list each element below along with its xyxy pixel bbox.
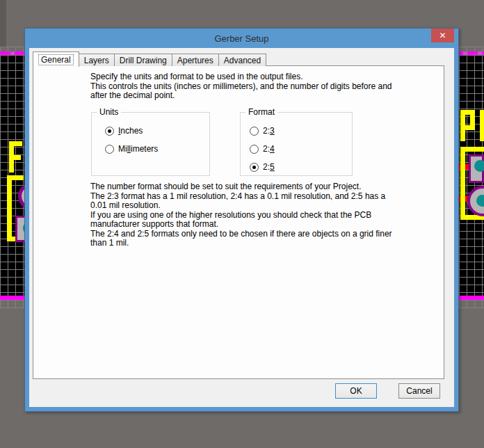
- text-line: than 1 mil.: [90, 239, 392, 248]
- pcb-square-pad-right: [469, 154, 484, 183]
- text-line: The 2:4 and 2:5 formats only need to be …: [90, 230, 392, 239]
- units-groupbox: Units Inches Millimeters: [91, 112, 210, 176]
- silkscreen-outline-left: [7, 175, 24, 180]
- silkscreen-designator-digit: [480, 110, 484, 141]
- notes-text: The number format should be set to suit …: [90, 182, 392, 248]
- radio-button-icon: [105, 127, 114, 136]
- radio-format-2-4-label: 2:4: [263, 144, 275, 154]
- radio-format-2-4[interactable]: 2:4: [250, 144, 275, 154]
- tab-apertures[interactable]: Apertures: [172, 54, 219, 66]
- text-line: after the decimal point.: [90, 91, 392, 101]
- silkscreen-outline-right: [460, 147, 484, 152]
- cancel-button[interactable]: Cancel: [398, 383, 440, 399]
- format-groupbox-label: Format: [245, 107, 277, 117]
- silkscreen-designator-p: [460, 125, 475, 130]
- tab-drill-drawing[interactable]: Drill Drawing: [114, 54, 172, 66]
- radio-format-2-3[interactable]: 2:3: [250, 126, 275, 136]
- gerber-setup-dialog: Gerber Setup ✕ General Layers Drill Draw…: [24, 28, 459, 412]
- format-groupbox: Format 2:3 2:4 2:5: [240, 112, 353, 176]
- text-line: This controls the units (inches or milli…: [90, 82, 392, 92]
- radio-format-2-3-label: 2:3: [263, 126, 275, 136]
- tab-general-label: General: [38, 54, 74, 65]
- units-groupbox-label: Units: [97, 107, 121, 117]
- dialog-client-area: General Layers Drill Drawing Apertures A…: [29, 48, 454, 407]
- tab-advanced[interactable]: Advanced: [218, 54, 266, 66]
- radio-inches-label: Inches: [118, 126, 143, 136]
- radio-inches[interactable]: Inches: [105, 126, 143, 136]
- silkscreen-letter-left: [9, 141, 22, 146]
- radio-format-2-5-label: 2:5: [263, 162, 275, 172]
- radio-format-2-5[interactable]: 2:5: [250, 162, 275, 172]
- pcb-editor-background: Gerber Setup ✕ General Layers Drill Draw…: [0, 0, 484, 448]
- silkscreen-outline-right: [460, 147, 465, 220]
- dialog-titlebar[interactable]: Gerber Setup ✕: [25, 29, 458, 48]
- ok-button[interactable]: OK: [335, 383, 377, 399]
- radio-millimeters-label: Millimeters: [118, 144, 158, 154]
- radio-button-icon: [250, 127, 259, 136]
- tab-general[interactable]: General: [33, 51, 79, 67]
- intro-text: Specify the units and format to be used …: [90, 72, 392, 101]
- dialog-title: Gerber Setup: [214, 33, 268, 44]
- radio-button-icon: [105, 145, 114, 154]
- radio-millimeters[interactable]: Millimeters: [105, 144, 158, 154]
- text-line: 0.01 mil resolution.: [90, 201, 392, 211]
- close-icon: ✕: [439, 31, 446, 40]
- tab-layers[interactable]: Layers: [79, 54, 115, 66]
- tab-page-general: Specify the units and format to be used …: [33, 65, 444, 379]
- radio-button-icon: [250, 163, 259, 172]
- close-button[interactable]: ✕: [431, 29, 454, 42]
- tab-strip: General Layers Drill Drawing Apertures A…: [33, 54, 266, 66]
- text-line: If you are using one of the higher resol…: [90, 211, 392, 221]
- text-line: The number format should be set to suit …: [90, 182, 392, 192]
- text-line: The 2:3 format has a 1 mil resolution, 2…: [90, 192, 392, 202]
- radio-button-icon: [250, 145, 259, 154]
- silkscreen-letter-left: [9, 155, 21, 160]
- silkscreen-outline-left: [7, 175, 12, 241]
- text-line: Specify the units and format to be used …: [90, 72, 392, 82]
- text-line: manufacturer supports that format.: [90, 220, 392, 230]
- panel-edge: [0, 0, 6, 47]
